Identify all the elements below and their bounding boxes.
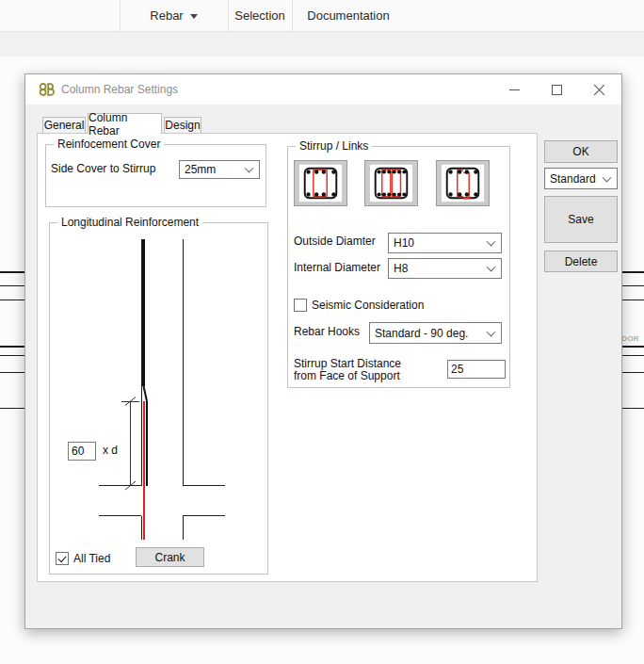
rebar-hooks-value: Standard - 90 deg.	[375, 327, 468, 340]
maximize-icon	[552, 85, 562, 95]
chevron-down-icon	[245, 164, 254, 173]
internal-diameter-label: Internal Diameter	[294, 262, 380, 274]
save-button[interactable]: Save	[544, 196, 618, 243]
close-button[interactable]	[578, 74, 620, 105]
rebar-hooks-combobox[interactable]: Standard - 90 deg.	[369, 322, 502, 344]
dialog-titlebar[interactable]: Column Rebar Settings	[25, 74, 621, 105]
side-cover-value: 25mm	[185, 163, 216, 176]
stirrup-double-link-icon	[365, 161, 417, 205]
crank-button-label: Crank	[154, 551, 185, 564]
seismic-consideration-label: Seismic Consideration	[312, 300, 424, 312]
outside-diameter-combobox[interactable]: H10	[388, 233, 502, 253]
rebar-hooks-label: Rebar Hooks	[294, 326, 360, 338]
cad-label-fragment: DOR	[621, 334, 639, 343]
internal-diameter-combobox[interactable]: H8	[388, 258, 502, 279]
preset-combobox[interactable]: Standard	[544, 168, 618, 189]
app-logo-icon	[39, 82, 55, 97]
toolbar-band	[0, 32, 644, 57]
stirrup-open-ties-icon	[437, 161, 489, 205]
menu-item-rebar-label: Rebar	[150, 8, 183, 23]
internal-diameter-value: H8	[394, 262, 408, 275]
lap-length-suffix: x d	[103, 445, 118, 457]
stirrup-type-open-ties-button[interactable]	[436, 160, 490, 206]
lap-dimension	[121, 397, 139, 491]
ok-button-label: OK	[572, 145, 588, 158]
tab-column-rebar-label: Column Rebar	[89, 111, 161, 138]
menu-item-selection[interactable]: Selection	[228, 0, 292, 31]
all-tied-label: All Tied	[73, 553, 110, 565]
start-distance-input[interactable]	[447, 360, 506, 379]
dialog-title: Column Rebar Settings	[61, 83, 178, 96]
delete-button-label: Delete	[565, 255, 598, 268]
menu-item-rebar[interactable]: Rebar	[120, 0, 228, 31]
ok-button[interactable]: OK	[544, 140, 618, 163]
column-rebar-settings-dialog: Column Rebar Settings General Column Reb…	[24, 73, 622, 629]
minimize-icon	[509, 89, 520, 90]
triangle-down-icon	[190, 14, 198, 19]
stirrup-links-group-title: Stirrup / Links	[296, 139, 372, 153]
chevron-down-icon	[603, 172, 612, 182]
crank-button[interactable]: Crank	[136, 547, 204, 567]
lap-length-input[interactable]	[68, 442, 96, 461]
tab-design-label: Design	[165, 119, 200, 132]
chevron-down-icon	[487, 263, 496, 272]
tab-page-column-rebar: Reinfocement Cover Side Cover to Stirrup…	[37, 133, 538, 582]
tab-general-label: General	[44, 119, 85, 132]
outside-diameter-value: H10	[394, 236, 414, 250]
maximize-button[interactable]	[536, 74, 578, 105]
tab-design[interactable]: Design	[164, 117, 201, 133]
menu-item-documentation-label: Documentation	[307, 8, 389, 23]
side-cover-label: Side Cover to Stirrup	[51, 163, 155, 175]
chevron-down-icon	[487, 237, 496, 247]
minimize-button[interactable]	[493, 74, 536, 105]
save-button-label: Save	[568, 213, 593, 226]
close-icon	[593, 84, 605, 96]
seismic-consideration-checkbox[interactable]	[294, 299, 307, 312]
preset-value: Standard	[550, 172, 596, 186]
longitudinal-reinforcement-group-title: Longitudinal Reinforcement	[57, 216, 202, 229]
all-tied-checkbox[interactable]	[56, 552, 69, 565]
stirrup-type-single-link-button[interactable]	[294, 160, 347, 206]
reinforcement-cover-group-title: Reinfocement Cover	[54, 138, 164, 151]
delete-button[interactable]: Delete	[544, 251, 618, 272]
chevron-down-icon	[487, 327, 496, 336]
menu-bar: Rebar Selection Documentation	[0, 0, 644, 32]
tab-general[interactable]: General	[42, 117, 86, 133]
stirrup-type-double-link-button[interactable]	[364, 160, 418, 206]
menu-item-documentation[interactable]: Documentation	[292, 0, 405, 31]
side-cover-combobox[interactable]: 25mm	[179, 160, 260, 179]
tab-column-rebar[interactable]: Column Rebar	[88, 113, 162, 134]
start-distance-label-line2: from Face of Support	[294, 370, 400, 382]
menu-item-selection-label: Selection	[234, 8, 284, 23]
screen: DOR Rebar Selection Documentation	[0, 0, 644, 664]
stirrup-single-link-icon	[295, 161, 346, 205]
outside-diameter-label: Outside Diamter	[294, 235, 376, 248]
column-elevation-diagram	[49, 232, 268, 546]
